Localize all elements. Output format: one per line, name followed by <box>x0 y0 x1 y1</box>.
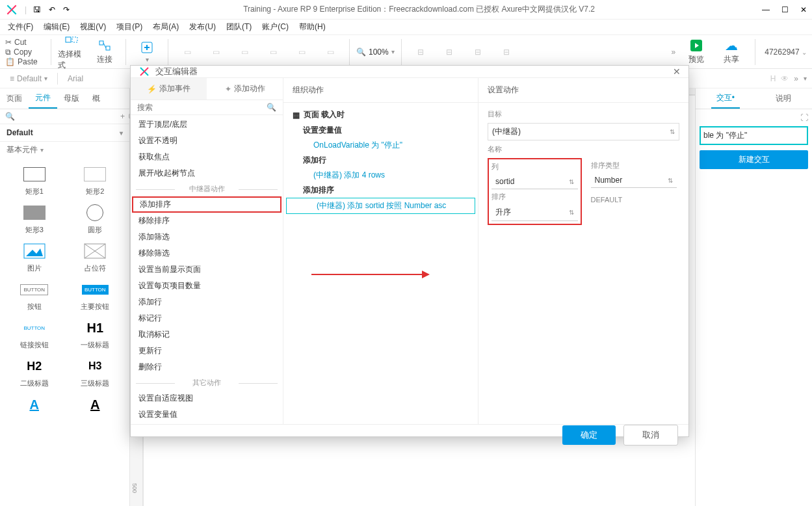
org-node-2-detail[interactable]: (中继器) 添加 sortid 按照 Number asc <box>286 198 475 214</box>
tab-interactions[interactable]: 交互• <box>711 88 740 109</box>
shape-circle[interactable]: 圆形 <box>66 202 125 237</box>
shape-linkbtn[interactable]: BUTTON链接按钮 <box>5 317 64 353</box>
tab-page[interactable]: 页面 <box>0 89 29 108</box>
connect-button[interactable]: 连接 <box>90 38 119 65</box>
menu-project[interactable]: 项目(P) <box>114 20 145 34</box>
menu-account[interactable]: 账户(C) <box>259 20 291 34</box>
copy-button[interactable]: ⧉Copy <box>5 47 44 57</box>
shape-button[interactable]: BUTTON按钮 <box>5 278 64 314</box>
shape-rect1[interactable]: 矩形1 <box>5 163 64 199</box>
shape-text2[interactable]: A <box>66 393 125 416</box>
tab-add-event[interactable]: ⚡添加事件 <box>131 78 207 100</box>
distribute-1[interactable]: ⊟ <box>408 47 433 57</box>
paste-button[interactable]: 📋Paste <box>5 57 44 66</box>
type-field[interactable]: Number⇅ <box>591 173 677 188</box>
action-item[interactable]: 设置当前显示页面 <box>131 261 283 278</box>
org-node-1-header[interactable]: 添加行 <box>283 153 478 168</box>
shape-rect3[interactable]: 矩形3 <box>5 202 64 237</box>
shape-rect2[interactable]: 矩形2 <box>66 163 125 199</box>
tab-component[interactable]: 元件 <box>29 88 57 109</box>
ok-button[interactable]: 确定 <box>562 425 616 445</box>
action-item[interactable]: 删除行 <box>131 359 283 375</box>
align-tool-5[interactable]: ▭ <box>289 47 314 57</box>
org-node-2-header[interactable]: 添加排序 <box>283 183 478 198</box>
add-icon[interactable]: + <box>120 112 125 121</box>
align-tool-2[interactable]: ▭ <box>203 47 228 57</box>
chevron-down-icon[interactable]: ▾ <box>804 75 807 82</box>
font-selector[interactable]: Arial <box>63 72 88 85</box>
select-mode-button[interactable]: 选择模式 <box>58 33 86 71</box>
order-field[interactable]: 升序⇅ <box>491 204 578 221</box>
tab-notes[interactable]: 说明 <box>770 89 796 108</box>
action-item[interactable]: 展开/收起树节点 <box>131 165 283 181</box>
col-field[interactable]: sortid⇅ <box>491 174 578 189</box>
org-node-0-detail[interactable]: OnLoadVariable 为 "停止" <box>283 138 478 153</box>
action-item[interactable]: 设置自适应视图 <box>131 390 283 406</box>
dialog-close-icon[interactable]: ✕ <box>673 66 681 77</box>
save-icon[interactable]: 🖫 <box>33 5 41 14</box>
menu-help[interactable]: 帮助(H) <box>296 20 328 34</box>
visibility-icon[interactable]: 👁 <box>781 74 789 83</box>
tab-outline[interactable]: 概 <box>86 89 107 108</box>
org-node-1-detail[interactable]: (中继器) 添加 4 rows <box>283 168 478 183</box>
minimize-icon[interactable]: — <box>762 5 770 14</box>
distribute-3[interactable]: ⊟ <box>465 47 490 57</box>
align-tool-3[interactable]: ▭ <box>232 47 257 57</box>
tab-master[interactable]: 母版 <box>57 89 86 108</box>
shape-h3[interactable]: H3三级标题 <box>66 355 125 391</box>
share-button[interactable]: ☁共享 <box>717 38 746 65</box>
tab-add-action[interactable]: ✦添加动作 <box>207 78 283 100</box>
action-item[interactable]: 标记行 <box>131 310 283 326</box>
shape-h1[interactable]: H1一级标题 <box>66 317 125 353</box>
action-item[interactable]: 添加筛选 <box>131 229 283 245</box>
action-item[interactable]: 更新行 <box>131 343 283 359</box>
more-format-icon[interactable]: » <box>794 74 798 83</box>
org-root[interactable]: ▦页面 载入时 <box>283 107 478 123</box>
action-item[interactable]: 移除筛选 <box>131 245 283 261</box>
close-window-icon[interactable]: ✕ <box>800 5 807 14</box>
style-selector[interactable]: ≡Default▾ <box>5 72 52 85</box>
library-section[interactable]: 基本元件▾ <box>0 142 129 158</box>
distribute-4[interactable]: ⊟ <box>494 47 519 57</box>
shape-image[interactable]: 图片 <box>5 240 64 276</box>
distribute-2[interactable]: ⊟ <box>437 47 462 57</box>
org-node-0-header[interactable]: 设置变量值 <box>283 123 478 138</box>
more-icon[interactable]: » <box>672 47 676 57</box>
shape-h2[interactable]: H2二级标题 <box>5 355 64 391</box>
cancel-button[interactable]: 取消 <box>623 425 678 446</box>
action-item[interactable]: 获取焦点 <box>131 149 283 165</box>
maximize-icon[interactable]: ☐ <box>781 5 789 14</box>
action-item[interactable]: 取消标记 <box>131 326 283 343</box>
account-number[interactable]: 47262947 ⌄ <box>765 47 807 57</box>
shape-text1[interactable]: A <box>5 393 64 416</box>
action-search-input[interactable] <box>137 103 267 112</box>
align-tool-6[interactable]: ▭ <box>318 47 343 57</box>
shape-placeholder[interactable]: 占位符 <box>66 240 125 276</box>
cut-button[interactable]: ✂Cut <box>5 38 44 47</box>
action-item[interactable]: 设置变量值 <box>131 406 283 423</box>
new-interaction-button[interactable]: 新建交互 <box>700 150 808 169</box>
shape-primarybtn[interactable]: BUTTON主要按钮 <box>66 278 125 314</box>
target-field[interactable]: (中继器)⇅ <box>488 123 679 140</box>
align-tool-1[interactable]: ▭ <box>175 47 200 57</box>
menu-layout[interactable]: 布局(A) <box>150 20 181 34</box>
menu-file[interactable]: 文件(F) <box>5 20 36 34</box>
action-item[interactable]: 添加排序 <box>132 196 282 213</box>
redo-icon[interactable]: ↷ <box>63 5 70 14</box>
insert-button[interactable]: ▾ <box>133 40 161 63</box>
action-item[interactable]: 设置不透明 <box>131 133 283 149</box>
menu-publish[interactable]: 发布(U) <box>187 20 218 34</box>
action-item[interactable]: 添加行 <box>131 294 283 310</box>
align-tool-4[interactable]: ▭ <box>261 47 285 57</box>
preview-button[interactable]: 预览 <box>682 38 711 65</box>
action-item[interactable]: 设置每页项目数量 <box>131 278 283 294</box>
menu-edit[interactable]: 编辑(E) <box>41 20 72 34</box>
library-name[interactable]: Default▾ <box>0 124 129 142</box>
interaction-summary-box[interactable]: ble 为 "停止" <box>700 126 808 145</box>
menu-view[interactable]: 视图(V) <box>77 20 109 34</box>
expand-icon[interactable]: ⛶ <box>800 113 808 122</box>
menu-team[interactable]: 团队(T) <box>224 20 254 34</box>
zoom-control[interactable]: 🔍100%▾ <box>356 47 395 57</box>
undo-icon[interactable]: ↶ <box>49 5 55 14</box>
action-item[interactable]: 移除排序 <box>131 213 283 229</box>
